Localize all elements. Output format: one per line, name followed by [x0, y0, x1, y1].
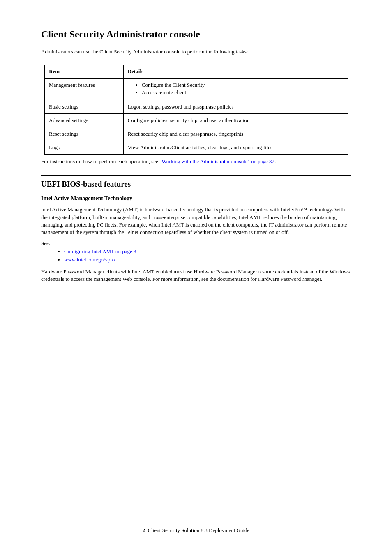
features-table: Item Details Management features Configu…: [44, 65, 348, 155]
table-row: Logs View Administrator/Client activitie…: [45, 141, 348, 155]
table-cell-details: Configure the Client Security Access rem…: [123, 79, 348, 100]
body-paragraph: Intel Active Management Technology (AMT)…: [41, 206, 351, 236]
cell-bullet: Access remote client: [142, 89, 344, 96]
page-number: 2: [143, 527, 145, 533]
list-item: www.intel.com/go/vpro: [64, 257, 351, 263]
table-header-details: Details: [123, 65, 348, 79]
cell-bullet-list: Configure the Client Security Access rem…: [128, 82, 344, 96]
section-divider: [41, 175, 351, 176]
see-label: See:: [41, 240, 351, 247]
table-cell-details: View Administrator/Client activities, cl…: [123, 141, 348, 155]
table-cell-details: Logon settings, password and passphrase …: [123, 100, 348, 114]
intro-paragraph: Administrators can use the Client Securi…: [41, 48, 351, 56]
cell-bullet: Configure the Client Security: [142, 82, 344, 88]
table-row: Management features Configure the Client…: [45, 79, 348, 100]
sub-heading: Intel Active Management Technology: [41, 195, 351, 202]
page-label: Client Security Solution 8.3 Deployment …: [148, 527, 250, 533]
table-cell-item: Advanced settings: [45, 114, 124, 127]
see-link-list: Configuring Intel AMT on page 3 www.inte…: [41, 248, 351, 263]
body-paragraph: Hardware Password Manager clients with I…: [41, 268, 351, 283]
table-cell-item: Basic settings: [45, 100, 124, 114]
table-cell-item: Logs: [45, 141, 124, 155]
table-row: Basic settings Logon settings, password …: [45, 100, 348, 114]
intel-vpro-link[interactable]: www.intel.com/go/vpro: [64, 257, 115, 263]
after-table-prefix: For instructions on how to perform each …: [41, 158, 159, 164]
after-table-suffix: .: [274, 158, 276, 164]
table-cell-details: Reset security chip and clear passphrase…: [123, 127, 348, 141]
table-cell-item: Reset settings: [45, 127, 124, 141]
table-row: Advanced settings Configure policies, se…: [45, 114, 348, 127]
table-cell-item: Management features: [45, 79, 124, 100]
table-header-row: Item Details: [45, 65, 348, 79]
table-header-item: Item: [45, 65, 124, 79]
configuring-amt-link[interactable]: Configuring Intel AMT on page 3: [64, 248, 136, 254]
after-table-paragraph: For instructions on how to perform each …: [41, 158, 351, 165]
page-title: Client Security Administrator console: [41, 29, 351, 40]
section-heading: UEFI BIOS-based features: [41, 180, 351, 189]
admin-console-link[interactable]: "Working with the Administrator console"…: [159, 158, 274, 164]
table-cell-details: Configure policies, security chip, and u…: [123, 114, 348, 127]
list-item: Configuring Intel AMT on page 3: [64, 248, 351, 255]
table-row: Reset settings Reset security chip and c…: [45, 127, 348, 141]
page-footer: 2 Client Security Solution 8.3 Deploymen…: [0, 527, 392, 534]
